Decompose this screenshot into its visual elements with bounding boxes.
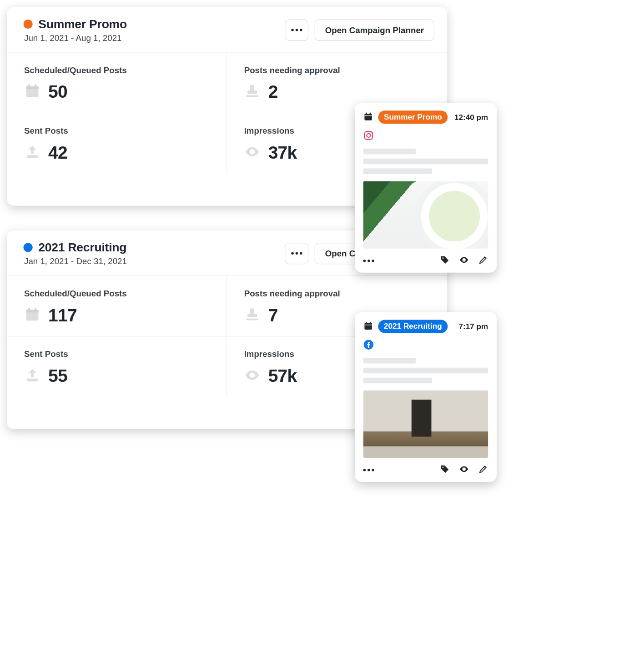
post-text-skeleton	[363, 149, 488, 174]
edit-button[interactable]	[478, 255, 488, 266]
stat-label: Scheduled/Queued Posts	[24, 289, 210, 299]
calendar-icon	[24, 306, 40, 324]
svg-rect-28	[366, 321, 367, 324]
svg-rect-29	[370, 321, 371, 324]
campaign-title-block: 2021 Recruiting Jan 1, 2021 - Dec 31, 20…	[23, 240, 126, 266]
svg-rect-5	[247, 90, 257, 94]
campaign-tag-pill: 2021 Recruiting	[378, 320, 448, 333]
post-text-skeleton	[363, 358, 488, 383]
svg-rect-18	[364, 114, 372, 120]
upload-icon	[24, 367, 40, 385]
svg-point-23	[367, 134, 370, 137]
instagram-icon	[363, 136, 374, 142]
ellipsis-icon	[291, 29, 302, 31]
svg-point-17	[251, 374, 254, 376]
stat-label: Sent Posts	[24, 126, 210, 136]
campaign-color-dot	[23, 20, 32, 29]
post-network	[363, 130, 488, 142]
svg-rect-11	[28, 308, 30, 311]
campaign-title: 2021 Recruiting	[38, 240, 126, 254]
facebook-icon	[363, 345, 374, 351]
post-header: Summer Promo 12:40 pm	[363, 110, 488, 124]
post-image	[363, 391, 488, 458]
stat-value: 50	[48, 81, 67, 102]
post-more-button[interactable]	[363, 260, 374, 262]
svg-rect-14	[247, 314, 257, 317]
campaign-more-button[interactable]	[285, 243, 308, 264]
stat-value: 42	[48, 142, 67, 163]
stat-label: Scheduled/Queued Posts	[24, 65, 210, 75]
stat-scheduled: Scheduled/Queued Posts 50	[7, 52, 227, 113]
post-more-button[interactable]	[363, 469, 374, 471]
stat-scheduled: Scheduled/Queued Posts 117	[7, 276, 227, 336]
post-image	[363, 181, 488, 249]
preview-button[interactable]	[459, 255, 469, 266]
ellipsis-icon	[291, 252, 302, 255]
ellipsis-icon	[363, 260, 374, 262]
stat-label: Sent Posts	[24, 349, 210, 359]
stat-sent: Sent Posts 55	[7, 336, 227, 397]
svg-rect-27	[364, 323, 372, 330]
svg-point-26	[463, 259, 465, 261]
post-preview-card[interactable]: Summer Promo 12:40 pm	[355, 103, 497, 273]
svg-point-32	[443, 466, 444, 468]
svg-point-25	[443, 257, 444, 259]
svg-rect-7	[27, 155, 38, 158]
ellipsis-icon	[363, 469, 374, 471]
svg-rect-6	[246, 95, 258, 97]
svg-rect-16	[27, 379, 38, 381]
campaign-title-block: Summer Promo Jun 1, 2021 - Aug 1, 2021	[23, 17, 126, 43]
svg-rect-21	[364, 115, 372, 115]
edit-button[interactable]	[478, 464, 488, 476]
campaign-color-dot	[23, 243, 32, 252]
svg-rect-10	[26, 310, 39, 312]
svg-point-33	[463, 468, 465, 470]
svg-rect-4	[250, 85, 254, 90]
campaign-more-button[interactable]	[285, 20, 308, 41]
campaign-header: Summer Promo Jun 1, 2021 - Aug 1, 2021 O…	[7, 7, 447, 52]
svg-rect-1	[26, 86, 39, 89]
preview-button[interactable]	[459, 464, 469, 476]
stat-value: 55	[48, 366, 67, 386]
post-network	[363, 339, 488, 351]
calendar-icon	[363, 111, 373, 123]
stat-value: 7	[268, 305, 278, 325]
svg-rect-12	[35, 308, 36, 311]
campaign-tag-pill: Summer Promo	[378, 110, 448, 124]
campaign-title: Summer Promo	[38, 17, 127, 30]
stat-sent: Sent Posts 42	[7, 113, 227, 174]
eye-icon	[244, 367, 261, 385]
post-time: 7:17 pm	[458, 322, 488, 331]
calendar-icon	[24, 83, 40, 101]
calendar-icon	[363, 321, 373, 332]
campaign-date-range: Jun 1, 2021 - Aug 1, 2021	[24, 33, 127, 43]
stamp-icon	[244, 83, 261, 101]
svg-rect-30	[364, 325, 372, 325]
upload-icon	[24, 144, 40, 161]
stat-label: Posts needing approval	[244, 65, 430, 75]
svg-point-8	[251, 150, 254, 153]
stat-value: 2	[268, 81, 278, 102]
eye-icon	[244, 144, 261, 161]
post-time: 12:40 pm	[454, 113, 488, 122]
post-header: 2021 Recruiting 7:17 pm	[363, 320, 488, 333]
svg-rect-2	[28, 85, 30, 88]
tag-button[interactable]	[440, 255, 450, 266]
svg-rect-20	[370, 112, 371, 115]
svg-rect-13	[250, 308, 254, 314]
svg-rect-19	[366, 112, 367, 115]
svg-rect-3	[35, 85, 36, 88]
svg-point-24	[371, 132, 372, 134]
campaign-date-range: Jan 1, 2021 - Dec 31, 2021	[24, 256, 127, 266]
stat-value: 57k	[268, 366, 297, 386]
post-footer	[363, 464, 488, 476]
tag-button[interactable]	[440, 464, 450, 476]
stamp-icon	[244, 306, 261, 324]
open-campaign-planner-button[interactable]: Open Campaign Planner	[315, 20, 434, 41]
stat-value: 37k	[268, 142, 297, 163]
post-preview-card[interactable]: 2021 Recruiting 7:17 pm	[355, 312, 497, 482]
open-campaign-planner-label: Open Campaign Planner	[325, 25, 424, 35]
post-footer	[363, 255, 488, 266]
stat-label: Posts needing approval	[244, 289, 430, 299]
stat-value: 117	[48, 305, 77, 325]
